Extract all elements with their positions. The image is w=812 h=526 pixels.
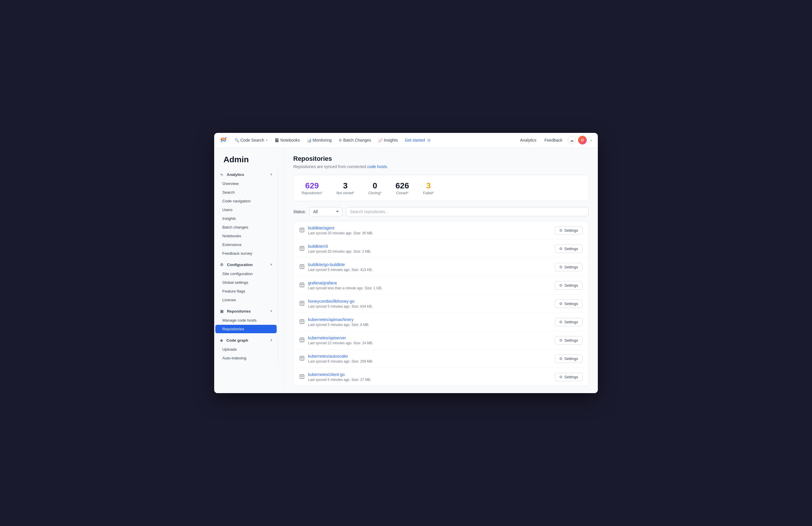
gear-icon: ⚙ bbox=[559, 320, 563, 324]
cloud-icon: ☁ bbox=[570, 138, 574, 142]
table-row: kubernetes/client-go Last synced 5 minut… bbox=[293, 368, 588, 386]
settings-button[interactable]: ⚙ Settings bbox=[555, 318, 582, 326]
svg-point-2 bbox=[223, 138, 224, 139]
search-icon: 🔍 bbox=[234, 138, 239, 142]
nav-batch-changes[interactable]: ⚙ Batch Changes bbox=[336, 136, 374, 144]
repo-name[interactable]: grafana/grafana bbox=[308, 281, 337, 285]
sidebar-item-users[interactable]: Users bbox=[215, 205, 277, 214]
configuration-section-icon: ⚙ bbox=[220, 262, 223, 267]
stat-failed: 3 Failed* bbox=[423, 181, 434, 195]
settings-label: Settings bbox=[564, 301, 578, 306]
sidebar-item-global-settings[interactable]: Global settings bbox=[215, 278, 277, 287]
sidebar-item-code-navigation[interactable]: Code navigation bbox=[215, 197, 277, 205]
app-window: 🔍 Code Search ▾ 📓 Notebooks 📊 Monitoring… bbox=[214, 133, 598, 394]
repo-name[interactable]: honeycombio/libhoney-go bbox=[308, 299, 354, 303]
settings-button[interactable]: ⚙ Settings bbox=[555, 281, 582, 289]
repo-meta: Last synced 22 minutes ago. Size: 24 MB. bbox=[308, 341, 555, 345]
repo-info: buildkite/agent Last synced 20 minutes a… bbox=[308, 225, 555, 235]
nav-insights[interactable]: 📈 Insights bbox=[375, 136, 401, 144]
sidebar-section-code-graph[interactable]: ◈ Code graph ▾ bbox=[215, 336, 277, 345]
nav-notebooks[interactable]: 📓 Notebooks bbox=[272, 136, 303, 144]
repo-name[interactable]: buildkite/cli bbox=[308, 244, 328, 248]
sidebar-item-site-configuration[interactable]: Site configuration bbox=[215, 270, 277, 278]
stat-failed-number: 3 bbox=[423, 181, 434, 191]
sidebar-item-feedback-survey[interactable]: Feedback survey bbox=[215, 249, 277, 258]
sidebar-item-insights[interactable]: Insights bbox=[215, 214, 277, 223]
code-graph-chevron-icon: ▾ bbox=[270, 338, 272, 342]
settings-button[interactable]: ⚙ Settings bbox=[555, 373, 582, 381]
settings-button[interactable]: ⚙ Settings bbox=[555, 226, 582, 234]
sidebar-item-feature-flags[interactable]: Feature flags bbox=[215, 287, 277, 295]
svg-point-19 bbox=[301, 358, 303, 359]
gear-icon: ⚙ bbox=[559, 301, 563, 306]
avatar-chevron[interactable]: ▾ bbox=[589, 137, 593, 144]
settings-button[interactable]: ⚙ Settings bbox=[555, 299, 582, 308]
repo-info: grafana/grafana Last synced less than a … bbox=[308, 280, 555, 290]
sidebar-item-overview[interactable]: Overview bbox=[215, 180, 277, 188]
table-row: buildkite/agent Last synced 20 minutes a… bbox=[293, 221, 588, 240]
repo-info: kubernetes/autoscaler Last synced 6 minu… bbox=[308, 354, 555, 364]
table-row: grafana/grafana Last synced less than a … bbox=[293, 276, 588, 295]
admin-sidebar-area: Admin ∿ Analytics ▾ Overview Search Code… bbox=[214, 148, 284, 394]
sidebar-item-manage-code-hosts[interactable]: Manage code hosts bbox=[215, 316, 277, 325]
repo-icon bbox=[299, 282, 305, 288]
settings-label: Settings bbox=[564, 228, 578, 232]
repo-name[interactable]: kubernetes/autoscaler bbox=[308, 354, 348, 358]
sidebar-item-extensions[interactable]: Extensions bbox=[215, 240, 277, 249]
repo-icon bbox=[299, 337, 305, 343]
sidebar-item-search[interactable]: Search bbox=[215, 188, 277, 197]
repo-info: honeycombio/libhoney-go Last synced 5 mi… bbox=[308, 299, 555, 309]
logo[interactable] bbox=[219, 135, 228, 145]
repositories-chevron-icon: ▾ bbox=[270, 309, 272, 313]
repo-name[interactable]: kubernetes/apimachinery bbox=[308, 317, 353, 322]
repo-name[interactable]: buildkite/agent bbox=[308, 226, 334, 230]
svg-point-5 bbox=[301, 229, 303, 231]
sidebar-item-repositories[interactable]: Repositories bbox=[215, 325, 277, 333]
repo-name[interactable]: kubernetes/apiserver bbox=[308, 336, 346, 340]
svg-point-13 bbox=[301, 303, 303, 304]
nav-analytics[interactable]: Analytics bbox=[517, 136, 539, 144]
gear-icon: ⚙ bbox=[559, 338, 563, 342]
repo-name[interactable]: buildkite/go-buildkite bbox=[308, 262, 345, 267]
settings-button[interactable]: ⚙ Settings bbox=[555, 354, 582, 363]
table-row: buildkite/go-buildkite Last synced 5 min… bbox=[293, 258, 588, 276]
table-row: buildkite/cli Last synced 20 minutes ago… bbox=[293, 240, 588, 258]
sidebar-item-uploads[interactable]: Uploads bbox=[215, 345, 277, 354]
sidebar-item-batch-changes[interactable]: Batch changes bbox=[215, 223, 277, 231]
sidebar-divider-1 bbox=[214, 258, 278, 260]
status-filter-select[interactable]: All Cloned Not cloned Cloning Failed bbox=[309, 207, 342, 216]
stat-cloning: 0 Cloning* bbox=[368, 181, 381, 195]
settings-button[interactable]: ⚙ Settings bbox=[555, 336, 582, 344]
sidebar-item-notebooks[interactable]: Notebooks bbox=[215, 232, 277, 240]
sidebar-repositories-items: Manage code hosts Repositories bbox=[214, 316, 278, 333]
sidebar-section-analytics[interactable]: ∿ Analytics ▾ bbox=[215, 170, 277, 179]
repo-icon bbox=[299, 246, 305, 252]
nav-code-search[interactable]: 🔍 Code Search ▾ bbox=[232, 136, 271, 144]
nav-feedback[interactable]: Feedback bbox=[542, 136, 565, 144]
sidebar-section-configuration[interactable]: ⚙ Configuration ▾ bbox=[215, 260, 277, 269]
sidebar-item-auto-indexing[interactable]: Auto-indexing bbox=[215, 354, 277, 362]
nav-get-started[interactable]: Get started ⊙ bbox=[402, 136, 434, 144]
code-hosts-link[interactable]: code hosts bbox=[367, 164, 387, 169]
repo-meta: Last synced 5 minutes ago. Size: 413 KB. bbox=[308, 268, 555, 272]
repo-meta: Last synced less than a minute ago. Size… bbox=[308, 286, 555, 290]
repo-icon bbox=[299, 319, 305, 325]
settings-button[interactable]: ⚙ Settings bbox=[555, 263, 582, 271]
repo-name[interactable]: kubernetes/client-go bbox=[308, 372, 345, 377]
repo-info: kubernetes/client-go Last synced 5 minut… bbox=[308, 372, 555, 382]
insights-icon: 📈 bbox=[378, 138, 383, 142]
repo-meta: Last synced 20 minutes ago. Size: 2 MB. bbox=[308, 250, 555, 254]
settings-label: Settings bbox=[564, 320, 578, 324]
nav-monitoring[interactable]: 📊 Monitoring bbox=[304, 136, 334, 144]
avatar[interactable]: U bbox=[578, 136, 587, 144]
analytics-section-icon: ∿ bbox=[220, 172, 223, 177]
sidebar-item-license[interactable]: License bbox=[215, 296, 277, 304]
chevron-down-icon: ▾ bbox=[266, 138, 268, 142]
settings-button[interactable]: ⚙ Settings bbox=[555, 244, 582, 253]
search-input[interactable] bbox=[346, 207, 589, 216]
cloud-button[interactable]: ☁ bbox=[568, 136, 576, 144]
repo-info: kubernetes/apimachinery Last synced 5 mi… bbox=[308, 317, 555, 327]
sidebar-divider-3 bbox=[214, 333, 278, 336]
repo-icon bbox=[299, 374, 305, 380]
sidebar-section-repositories[interactable]: ▣ Repositories ▾ bbox=[215, 307, 277, 316]
